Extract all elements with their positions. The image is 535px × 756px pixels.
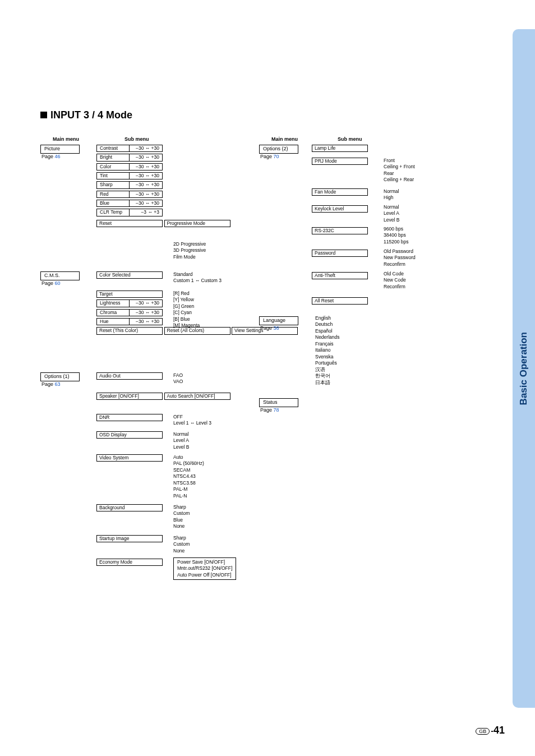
opt1-dnr-sub: OFF Level 1 ↔ Level 3 [173, 414, 211, 427]
opt1-osd: OSD Display [96, 431, 163, 439]
opt1-startup: Startup Image [96, 535, 163, 542]
page-root: Basic Operation GB-41 INPUT 3 / 4 Mode M… [0, 0, 535, 756]
opt2-prj: PRJ Mode [312, 158, 368, 165]
opt1-eco-sub: Power Save [ON/OFF] Mntr.out/RS232 [ON/O… [173, 557, 236, 580]
picture-reset: Reset [96, 220, 163, 227]
picture-item: Sharp−30 ↔ +30 [96, 181, 163, 188]
picture-progressive: Progressive Mode [164, 220, 230, 227]
hdr-main-left: Main menu [53, 137, 79, 142]
opt2-password: Password [312, 250, 368, 257]
opt1-speaker: Speaker [ON/OFF] [96, 393, 163, 400]
opt2-antitheft: Anti-Theft [312, 272, 368, 279]
gb-badge: GB [476, 728, 490, 735]
picture-item: Contrast−30 ↔ +30 [96, 145, 163, 152]
main-picture: Picture [40, 145, 80, 154]
opt2-antitheft-sub: Old Code New Code Reconfirm [384, 271, 406, 290]
pageref-picture: Page 46 [41, 154, 61, 160]
opt2-prj-sub: Front Ceiling + Front Rear Ceiling + Rea… [384, 158, 415, 183]
opt2-allreset: All Reset [312, 297, 368, 305]
hdr-sub-left: Sub menu [124, 137, 149, 142]
opt2-rs232c-sub: 9600 bps 38400 bps 115200 bps [384, 226, 408, 245]
opt1-bg-sub: Sharp Custom Blue None [173, 504, 190, 530]
main-language: Language [259, 316, 298, 325]
picture-item: Tint−30 ↔ +30 [96, 172, 163, 179]
side-tab: Basic Operation [513, 29, 535, 708]
picture-item: Blue−30 ↔ +30 [96, 200, 163, 207]
side-tab-label: Basic Operation [518, 332, 529, 405]
cms-color-selected-sub: Standard Custom 1 ↔ Custom 3 [173, 271, 222, 284]
opt1-autosearch: Auto Search [ON/OFF] [164, 393, 230, 400]
pageref-options1: Page 63 [41, 382, 61, 388]
cms-reset-this: Reset (This Color) [96, 327, 163, 334]
page-number: GB-41 [476, 725, 505, 736]
opt1-audioout-sub: FAO VAO [173, 372, 183, 385]
opt2-password-sub: Old Password New Password Reconfirm [384, 248, 416, 268]
cms-target-sub: [R] Red [Y] Yellow [G] Green [C] Cyan [B… [173, 291, 200, 329]
main-options1: Options (1) [40, 372, 80, 381]
cms-lch-item: Chroma−30 ↔ +30 [96, 309, 163, 316]
picture-items: Contrast−30 ↔ +30Bright−30 ↔ +30Color−30… [96, 145, 230, 216]
opt2-key-sub: Normal Level A Level B [384, 204, 399, 223]
opt2-fan-sub: Normal High [384, 188, 399, 201]
main-status: Status [259, 398, 298, 407]
picture-item: Red−30 ↔ +30 [96, 191, 163, 198]
opt1-video: Video System [96, 454, 163, 462]
hdr-main-right: Main menu [271, 137, 298, 142]
pageref-language: Page 36 [260, 326, 279, 331]
pageref-cms: Page 60 [41, 281, 61, 287]
opt2-key: Keylock Level [312, 205, 368, 213]
cms-lch-item: Lightness−30 ↔ +30 [96, 299, 163, 307]
opt1-bg: Background [96, 504, 163, 511]
cms-color-selected: Color Selected [96, 271, 163, 279]
hdr-sub-right: Sub menu [338, 137, 362, 142]
cms-target: Target [96, 291, 163, 298]
picture-item: CLR Temp−3 ↔ +3 [96, 209, 163, 216]
main-options2: Options (2) [259, 145, 298, 154]
opt2-fan: Fan Mode [312, 188, 368, 196]
opt1-video-sub: Auto PAL (50/60Hz) SECAM NTSC4.43 NTSC3.… [173, 454, 204, 499]
cms-lch-item: Hue−30 ↔ +30 [96, 318, 163, 325]
picture-progressive-sub: 2D Progressive 3D Progressive Film Mode [173, 241, 206, 260]
main-cms: C.M.S. [40, 271, 80, 280]
opt1-startup-sub: Sharp Custom None [173, 535, 190, 554]
picture-item: Color−30 ↔ +30 [96, 163, 163, 170]
page-title: INPUT 3 / 4 Mode [40, 109, 132, 121]
opt2-lamp: Lamp Life [312, 145, 368, 152]
opt1-eco: Economy Mode [96, 559, 163, 566]
language-list: English Deutsch Español Nederlands Franç… [315, 315, 339, 386]
pageref-options2: Page 70 [260, 154, 279, 160]
opt2-rs232c: RS-232C [312, 227, 368, 234]
picture-item: Bright−30 ↔ +30 [96, 154, 163, 161]
pageref-status: Page 78 [260, 408, 279, 413]
opt1-osd-sub: Normal Level A Level B [173, 431, 189, 450]
opt1-audioout: Audio Out [96, 372, 163, 380]
opt1-dnr: DNR [96, 414, 163, 421]
